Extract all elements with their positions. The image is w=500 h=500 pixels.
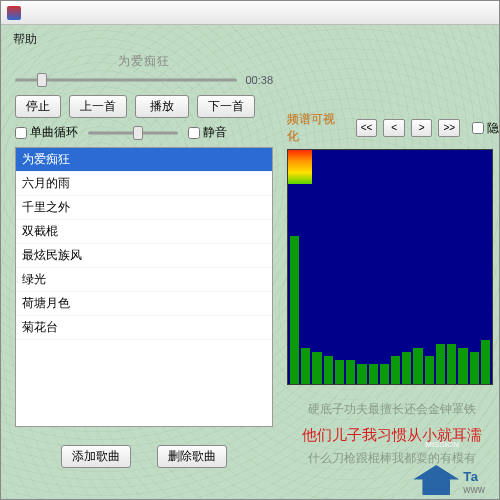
spectrum-bar xyxy=(436,344,445,384)
prev-button[interactable]: 上一首 xyxy=(69,95,127,118)
seek-row: 00:38 xyxy=(15,73,273,87)
spectrum-bar xyxy=(346,360,355,384)
playlist-actions: 添加歌曲 删除歌曲 xyxy=(15,445,273,468)
vis-last-button[interactable]: >> xyxy=(438,119,460,137)
vis-first-button[interactable]: << xyxy=(356,119,378,137)
visualizer-header: 频谱可视化 << < > >> 隐 xyxy=(287,111,499,145)
seek-slider[interactable] xyxy=(15,73,237,87)
lyrics-panel: 硬底子功夫最擅长还会金钟罩铁 他们儿子我习惯从小就耳濡 什么刀枪跟棍棒我都耍的有… xyxy=(287,399,497,469)
transport-controls: 停止 上一首 播放 下一首 xyxy=(15,95,273,118)
delete-song-button[interactable]: 删除歌曲 xyxy=(157,445,227,468)
spectrum-bar xyxy=(369,364,378,384)
menu-bar: 帮助 xyxy=(11,29,489,54)
spectrum-bar xyxy=(402,352,411,384)
seek-thumb[interactable] xyxy=(37,73,47,87)
repeat-one-checkbox[interactable] xyxy=(15,127,27,139)
client-area: 帮助 为爱痴狂 00:38 停止 上一首 播放 下一首 单曲 xyxy=(1,25,499,499)
spectrum-bar xyxy=(335,360,344,384)
spectrum-bar xyxy=(324,356,333,384)
spectrum-bars xyxy=(288,184,492,384)
titlebar xyxy=(1,1,499,25)
spectrum-visualizer xyxy=(287,149,493,385)
hide-vis-option[interactable]: 隐 xyxy=(472,120,499,137)
next-button[interactable]: 下一首 xyxy=(197,95,255,118)
repeat-one-option[interactable]: 单曲循环 xyxy=(15,124,78,141)
spectrum-bar xyxy=(290,236,299,384)
add-song-button[interactable]: 添加歌曲 xyxy=(61,445,131,468)
playlist-item[interactable]: 双截棍 xyxy=(16,220,272,244)
graduation-cap-icon xyxy=(413,465,459,495)
volume-slider[interactable] xyxy=(88,126,178,140)
playlist-item[interactable]: 最炫民族风 xyxy=(16,244,272,268)
spectrum-bar xyxy=(391,356,400,384)
right-panel: 频谱可视化 << < > >> 隐 硬底子功夫最擅长还会金钟罩铁 他们儿子我习惯… xyxy=(287,111,499,469)
playlist-item[interactable]: 六月的雨 xyxy=(16,172,272,196)
lyric-prev: 硬底子功夫最擅长还会金钟罩铁 xyxy=(287,399,497,421)
volume-thumb[interactable] xyxy=(133,126,143,140)
visualizer-label: 频谱可视化 xyxy=(287,111,346,145)
vis-prev-button[interactable]: < xyxy=(383,119,405,137)
spectrum-bar xyxy=(312,352,321,384)
spectrum-bar xyxy=(481,340,490,384)
visualizer-gradient-row xyxy=(288,150,492,184)
watermark-line1: Ta xyxy=(463,469,497,484)
watermark-brand: MISSION xyxy=(425,440,459,449)
playlist-item[interactable]: 为爱痴狂 xyxy=(16,148,272,172)
spectrum-bar xyxy=(357,364,366,384)
hide-vis-checkbox[interactable] xyxy=(472,122,484,134)
time-elapsed: 00:38 xyxy=(245,74,273,86)
spectrum-bar xyxy=(380,364,389,384)
volume-control xyxy=(88,126,178,140)
mute-label: 静音 xyxy=(203,124,227,141)
playlist-item[interactable]: 菊花台 xyxy=(16,316,272,340)
watermark-text: MISSION Ta www xyxy=(463,460,497,495)
gradient-strip xyxy=(288,150,312,184)
spectrum-bar xyxy=(413,348,422,384)
options-row: 单曲循环 静音 xyxy=(15,124,273,141)
hide-vis-label: 隐 xyxy=(487,120,499,137)
vis-next-button[interactable]: > xyxy=(411,119,433,137)
seek-track xyxy=(15,79,237,82)
stop-button[interactable]: 停止 xyxy=(15,95,61,118)
play-button[interactable]: 播放 xyxy=(135,95,189,118)
spectrum-bar xyxy=(470,352,479,384)
spectrum-bar xyxy=(301,348,310,384)
watermark: MISSION Ta www xyxy=(413,460,497,495)
playlist[interactable]: 为爱痴狂六月的雨千里之外双截棍最炫民族风绿光荷塘月色菊花台 xyxy=(15,147,273,427)
mute-checkbox[interactable] xyxy=(188,127,200,139)
playlist-item[interactable]: 千里之外 xyxy=(16,196,272,220)
watermark-line2: www xyxy=(463,484,497,495)
playlist-item[interactable]: 绿光 xyxy=(16,268,272,292)
now-playing-label: 为爱痴狂 xyxy=(15,53,273,69)
playlist-item[interactable]: 荷塘月色 xyxy=(16,292,272,316)
repeat-one-label: 单曲循环 xyxy=(30,124,78,141)
menu-help[interactable]: 帮助 xyxy=(13,32,37,46)
app-window: 帮助 为爱痴狂 00:38 停止 上一首 播放 下一首 单曲 xyxy=(0,0,500,500)
spectrum-bar xyxy=(458,348,467,384)
lyric-current: 他们儿子我习惯从小就耳濡 xyxy=(287,421,497,448)
spectrum-bar xyxy=(425,356,434,384)
left-panel: 为爱痴狂 00:38 停止 上一首 播放 下一首 单曲循环 xyxy=(15,53,273,468)
java-icon xyxy=(7,6,21,20)
spectrum-bar xyxy=(447,344,456,384)
mute-option[interactable]: 静音 xyxy=(188,124,227,141)
